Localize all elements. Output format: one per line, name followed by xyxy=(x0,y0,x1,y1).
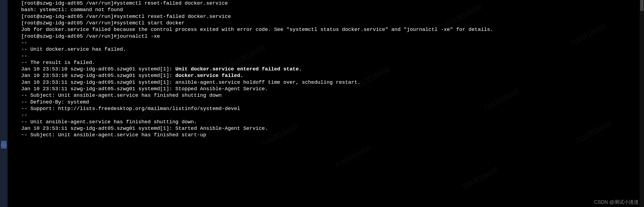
terminal-line: Jan 10 23:53:10 szwg-idg-adt05.szwg01 sy… xyxy=(21,66,644,72)
terminal-line: -- Subject: Unit ansible-agent.service h… xyxy=(21,132,644,138)
terminal-line: -- xyxy=(21,112,644,118)
terminal-line: Jan 10 23:53:10 szwg-idg-adt05.szwg01 sy… xyxy=(21,72,644,79)
terminal-line: -- xyxy=(21,53,644,59)
editor-sidebar: ... xyxy=(0,0,8,207)
log-prefix: Jan 10 23:53:10 szwg-idg-adt05.szwg01 sy… xyxy=(21,73,175,79)
terminal-line: [root@szwg-idg-adt05 /var/run]#systemctl… xyxy=(21,20,644,26)
terminal-output[interactable]: [root@szwg-idg-adt05 /var/run]#ystemctl … xyxy=(8,0,644,207)
terminal-line: -- Unit ansible-agent.service has finish… xyxy=(21,119,644,125)
credit-text: CSDN @测试小渣渣 xyxy=(594,199,639,205)
terminal-line: Jan 10 23:53:11 szwg-idg-adt05.szwg01 sy… xyxy=(21,86,644,92)
terminal-line: Jan 10 23:53:11 szwg-idg-adt05.szwg01 sy… xyxy=(21,125,644,132)
terminal-line: -- Unit docker.service has failed. xyxy=(21,46,644,53)
terminal-line: -- The result is failed. xyxy=(21,59,644,66)
vertical-scrollbar[interactable] xyxy=(640,0,644,207)
terminal-line: -- Subject: Unit ansible-agent.service h… xyxy=(21,92,644,99)
log-message-bold: docker.service failed. xyxy=(175,73,243,79)
terminal-line: [root@szwg-idg-adt05 /var/run]#systemctl… xyxy=(21,13,644,20)
sidebar-overflow-button[interactable]: ... xyxy=(1,141,6,148)
terminal-line: bash: ystemctl: command not found xyxy=(21,7,644,13)
scrollbar-thumb[interactable] xyxy=(640,0,643,11)
terminal-line: [root@szwg-idg-adt05 /var/run]#journalct… xyxy=(21,33,644,40)
terminal-line: [root@szwg-idg-adt05 /var/run]#ystemctl … xyxy=(21,0,644,7)
terminal-line: -- Support: http://lists.freedesktop.org… xyxy=(21,105,644,112)
terminal-line: Jan 10 23:53:11 szwg-idg-adt05.szwg01 sy… xyxy=(21,79,644,86)
terminal-line: -- xyxy=(21,40,644,46)
terminal-line: Job for docker.service failed because th… xyxy=(21,26,644,33)
terminal-line: -- Defined-By: systemd xyxy=(21,99,644,105)
log-message-bold: Unit docker.service entered failed state… xyxy=(175,66,302,72)
log-prefix: Jan 10 23:53:10 szwg-idg-adt05.szwg01 sy… xyxy=(21,66,175,72)
